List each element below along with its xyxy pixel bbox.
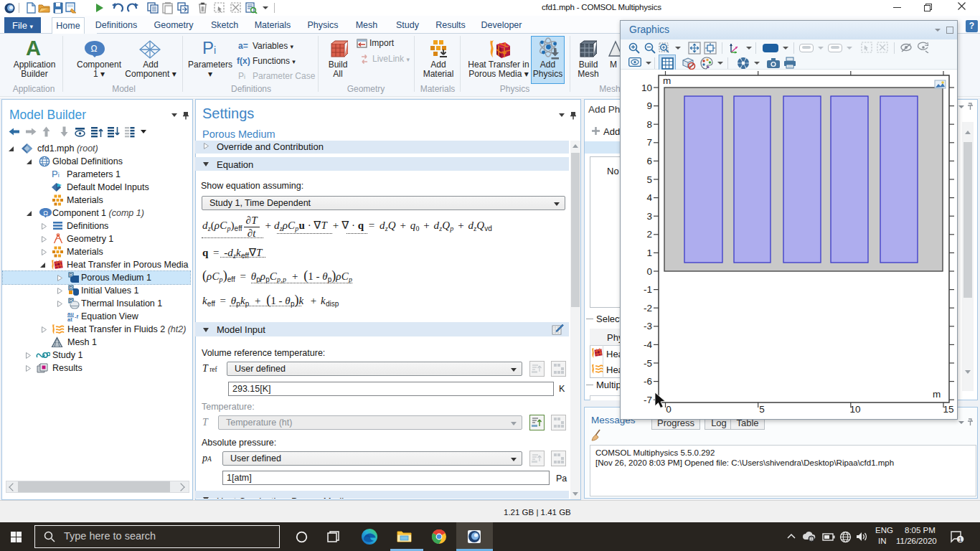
svg-text:-7: -7 xyxy=(644,395,652,405)
svg-text:9: 9 xyxy=(646,100,652,111)
svg-text:m: m xyxy=(933,389,941,400)
svg-text:-1: -1 xyxy=(644,284,652,295)
svg-text:1: 1 xyxy=(958,535,962,543)
svg-text:-3: -3 xyxy=(644,321,652,331)
svg-text:0: 0 xyxy=(646,266,652,277)
svg-text:-4: -4 xyxy=(644,339,652,350)
svg-text:5: 5 xyxy=(759,404,765,415)
svg-text:m: m xyxy=(663,75,671,86)
svg-text:8: 8 xyxy=(646,119,652,130)
svg-text:7: 7 xyxy=(646,137,652,148)
svg-text:1: 1 xyxy=(646,248,652,258)
svg-text:0: 0 xyxy=(666,404,672,415)
svg-text:2: 2 xyxy=(646,229,652,240)
svg-text:15: 15 xyxy=(943,404,953,415)
svg-text:6: 6 xyxy=(646,156,652,166)
svg-text:-6: -6 xyxy=(644,376,652,387)
svg-text:10: 10 xyxy=(849,404,860,415)
svg-text:4: 4 xyxy=(646,192,652,203)
svg-text:-2: -2 xyxy=(644,303,652,314)
svg-text:10: 10 xyxy=(641,83,652,93)
svg-text:-5: -5 xyxy=(644,358,652,369)
svg-text:3: 3 xyxy=(646,211,652,222)
svg-text:5: 5 xyxy=(646,174,652,185)
